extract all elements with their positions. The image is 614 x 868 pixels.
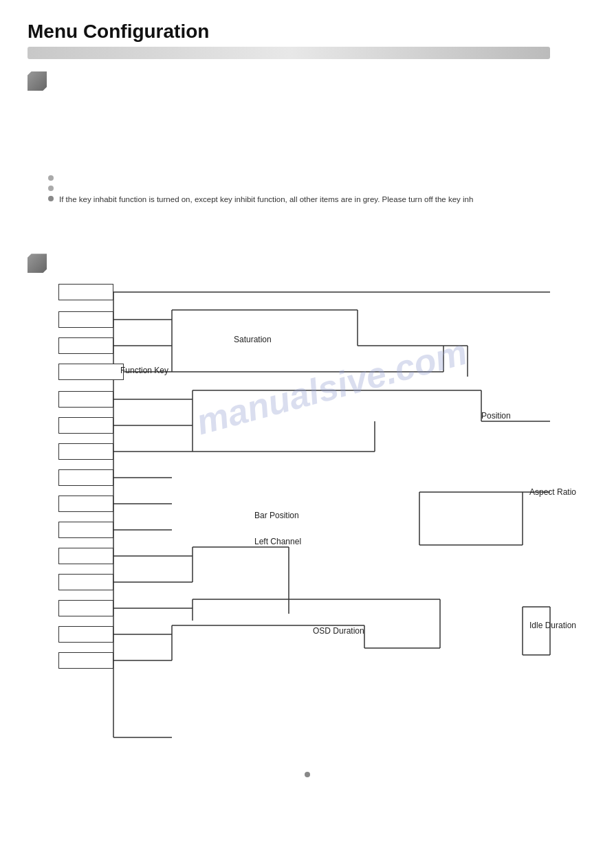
- menu-box-5: [58, 417, 113, 434]
- label-saturation: Saturation: [234, 335, 272, 344]
- bullet-dot-2: [48, 186, 54, 191]
- bullet-item-3: If the key inhabit function is turned on…: [48, 194, 586, 205]
- label-position: Position: [481, 411, 511, 421]
- menu-box-7: [58, 469, 113, 486]
- menu-box-0: [58, 284, 113, 300]
- menu-box-8: [58, 496, 113, 512]
- menu-box-11: [58, 574, 113, 590]
- page-title: Menu Configuration: [28, 21, 586, 43]
- bullet-item-1: [48, 173, 586, 181]
- section-icon-2: [28, 254, 47, 273]
- bullet-item-2: [48, 183, 586, 191]
- diagram-section: manualsive.com: [28, 254, 586, 751]
- bullet-dot-3: [48, 196, 54, 201]
- label-left-channel: Left Channel: [254, 537, 301, 546]
- section-icon-1: [28, 71, 47, 91]
- menu-box-9: [58, 522, 113, 538]
- title-underline: [28, 47, 550, 59]
- menu-box-4: [58, 391, 113, 408]
- bullet-dot-1: [48, 175, 54, 181]
- page-container: Menu Configuration If the key inhabit fu…: [0, 0, 614, 798]
- diagram-wrapper: manualsive.com: [55, 284, 591, 751]
- menu-box-14: [58, 652, 113, 669]
- menu-box-1: [58, 311, 113, 328]
- label-osd-duration: OSD Duration: [313, 626, 364, 636]
- label-bar-position: Bar Position: [254, 511, 299, 520]
- menu-box-13: [58, 626, 113, 643]
- bottom-dot: [305, 772, 310, 777]
- label-aspect-ratio: Aspect Ratio: [529, 487, 576, 497]
- menu-box-12: [58, 600, 113, 616]
- menu-box-2: [58, 337, 113, 354]
- bottom-bullet-section: [28, 772, 586, 777]
- note-text: If the key inhabit function is turned on…: [59, 194, 473, 205]
- label-idle-duration: Idle Duration: [529, 621, 576, 630]
- bullet-section: If the key inhabit function is turned on…: [48, 173, 586, 205]
- menu-box-6: [58, 443, 113, 460]
- menu-box-3: [58, 364, 124, 380]
- label-function-key: Function Key: [120, 366, 168, 375]
- menu-box-10: [58, 548, 113, 564]
- diagram-svg: [55, 284, 591, 751]
